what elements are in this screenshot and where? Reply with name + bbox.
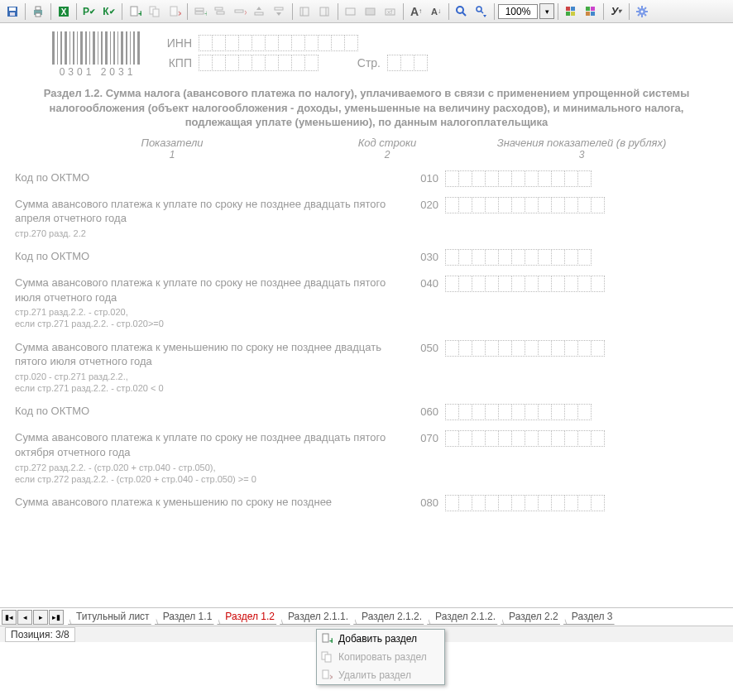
search-icon[interactable]	[453, 2, 471, 21]
row-label: Код по ОКТМО	[15, 249, 395, 264]
copy-section-icon[interactable]	[146, 2, 164, 21]
tab[interactable]: Титульный лист	[68, 609, 156, 625]
palette-2-icon[interactable]	[582, 2, 600, 21]
form-row: Код по ОКТМО 030	[15, 249, 718, 266]
svg-rect-59	[65, 31, 67, 65]
tool-b-icon[interactable]	[316, 2, 334, 21]
ctx-add-section[interactable]: + Добавить раздел	[317, 630, 444, 648]
recalc-p-icon[interactable]: Р✔	[80, 2, 98, 21]
nav-next-icon[interactable]: ▸	[33, 610, 48, 625]
excel-icon[interactable]: X	[55, 2, 73, 21]
kpp-boxes[interactable]	[199, 55, 318, 71]
row-code: 030	[395, 249, 445, 263]
svg-rect-73	[121, 31, 123, 65]
font-dec-icon[interactable]: A↓	[427, 2, 445, 21]
svg-line-36	[481, 11, 483, 13]
svg-rect-69	[105, 31, 108, 65]
section-title: Раздел 1.2. Сумма налога (авансового пла…	[15, 86, 718, 130]
u-tool-icon[interactable]: У▾	[607, 2, 625, 21]
font-inc-icon[interactable]: A↑	[407, 2, 425, 21]
tab[interactable]: Раздел 1.2	[217, 609, 281, 625]
ctx-delete-section: × Удалить раздел	[317, 666, 444, 684]
palette-1-icon[interactable]	[562, 2, 580, 21]
svg-rect-2	[10, 12, 15, 16]
print-icon[interactable]	[29, 2, 47, 21]
delete-row-icon[interactable]: ×	[231, 2, 249, 21]
svg-rect-76	[133, 31, 135, 65]
svg-text:×: ×	[178, 8, 181, 18]
inn-boxes[interactable]	[199, 35, 357, 51]
svg-rect-81	[325, 654, 331, 662]
svg-rect-62	[77, 31, 78, 65]
row-note: стр.270 разд. 2.2	[15, 228, 718, 239]
row-label: Сумма авансового платежа к уплате по сро…	[15, 197, 395, 226]
form-row: Сумма авансового платежа к уменьшению по…	[15, 340, 718, 369]
zoom-value[interactable]: 100%	[498, 4, 538, 19]
row-value-boxes[interactable]	[445, 170, 718, 187]
tool-d-icon[interactable]	[362, 2, 380, 21]
row-up-icon[interactable]	[251, 2, 269, 21]
svg-rect-74	[126, 31, 127, 65]
svg-rect-42	[586, 7, 590, 11]
row-value-boxes[interactable]	[445, 404, 718, 420]
svg-rect-67	[98, 31, 98, 65]
row-value-boxes[interactable]	[445, 495, 718, 511]
svg-rect-56	[52, 31, 55, 65]
row-note: стр.272 разд.2.2. - (стр.020 + стр.040 -…	[15, 462, 718, 486]
add-section-icon[interactable]: +	[126, 2, 144, 21]
svg-rect-68	[101, 31, 103, 65]
svg-marker-24	[276, 12, 281, 16]
save-icon[interactable]	[3, 2, 22, 21]
form-row: Сумма авансового платежа к уплате по сро…	[15, 197, 718, 226]
tab[interactable]: Раздел 1.1	[155, 609, 219, 625]
document-scroll[interactable]: 0301 2031 ИНН КПП Стр. Раздел 1.2. Сумма…	[0, 23, 733, 607]
search-next-icon[interactable]	[472, 2, 491, 21]
tool-e-icon[interactable]: xf	[381, 2, 400, 21]
tab-strip: ▮◂ ◂ ▸ ▸▮ Титульный листРаздел 1.1Раздел…	[0, 607, 733, 626]
settings-icon[interactable]	[633, 2, 651, 21]
row-value-boxes[interactable]	[445, 276, 718, 292]
row-code: 070	[395, 430, 445, 444]
copy-row-icon[interactable]	[211, 2, 229, 21]
nav-prev-icon[interactable]: ◂	[17, 610, 32, 625]
add-row-icon[interactable]: +	[191, 2, 209, 21]
row-value-boxes[interactable]	[445, 340, 718, 357]
row-value-boxes[interactable]	[445, 197, 718, 213]
svg-rect-45	[591, 12, 595, 16]
svg-rect-71	[113, 31, 115, 65]
check-k-icon[interactable]: К✔	[100, 2, 118, 21]
svg-rect-23	[275, 7, 283, 10]
page-boxes[interactable]	[387, 55, 427, 71]
row-label: Сумма авансового платежа к уменьшению по…	[15, 495, 395, 510]
row-value-boxes[interactable]	[445, 430, 718, 447]
zoom-control[interactable]: 100% ▾	[498, 3, 554, 19]
tab[interactable]: Раздел 3	[563, 609, 620, 625]
row-note: стр.271 разд.2.2. - стр.020, если стр.27…	[15, 306, 718, 330]
tab[interactable]: Раздел 2.1.1.	[280, 609, 355, 625]
svg-point-33	[457, 7, 463, 13]
zoom-dropdown-icon[interactable]: ▾	[539, 3, 554, 19]
svg-rect-27	[320, 7, 328, 16]
svg-rect-64	[85, 31, 87, 65]
plus-icon: +	[320, 632, 333, 645]
svg-rect-30	[366, 8, 375, 15]
tab[interactable]: Раздел 2.1.2.	[427, 609, 502, 625]
svg-rect-66	[93, 31, 95, 65]
svg-line-53	[638, 14, 640, 16]
svg-rect-82	[323, 670, 328, 678]
row-down-icon[interactable]	[271, 2, 289, 21]
row-value-boxes[interactable]	[445, 249, 718, 266]
tool-a-icon[interactable]	[296, 2, 314, 21]
delete-section-icon[interactable]: ×	[165, 2, 184, 21]
nav-last-icon[interactable]: ▸▮	[49, 610, 64, 625]
form-row: Сумма авансового платежа к уплате по сро…	[15, 430, 718, 459]
svg-line-34	[462, 12, 466, 16]
tab[interactable]: Раздел 2.1.2.	[353, 609, 429, 625]
tab[interactable]: Раздел 2.2	[501, 609, 565, 625]
nav-first-icon[interactable]: ▮◂	[2, 610, 17, 625]
svg-rect-18	[217, 12, 224, 14]
tool-c-icon[interactable]	[342, 2, 360, 21]
svg-rect-75	[130, 31, 131, 65]
kpp-label: КПП	[154, 56, 192, 70]
row-code: 010	[395, 170, 445, 185]
